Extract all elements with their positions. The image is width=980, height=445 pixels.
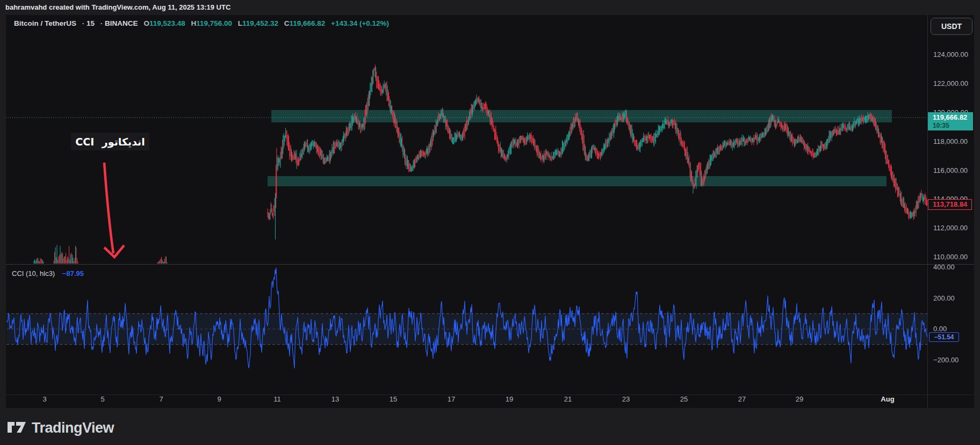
- time-axis-label: 21: [564, 395, 572, 404]
- time-axis-label: 27: [738, 395, 746, 404]
- axis-tick-label: −200.00: [933, 355, 959, 365]
- open-letter: O: [143, 19, 149, 27]
- footer-bar: TradingView: [0, 408, 980, 445]
- tradingview-snapshot: bahramvahd created with TradingView.com,…: [0, 0, 980, 445]
- time-axis-separator: [6, 395, 974, 395]
- high-value: 119,756.00: [196, 19, 232, 27]
- last-price-label: 113,718.84: [928, 199, 972, 210]
- cci-indicator-legend[interactable]: CCI (10, hlc3) −87.95: [12, 269, 84, 278]
- time-axis-label: 13: [332, 395, 339, 404]
- attribution-bar: bahramvahd created with TradingView.com,…: [0, 0, 980, 15]
- high-letter: H: [191, 19, 197, 27]
- tradingview-logo[interactable]: TradingView: [7, 420, 114, 436]
- panel-separator[interactable]: [6, 264, 974, 265]
- interval-value[interactable]: 15: [87, 19, 95, 27]
- attribution-text: bahramvahd created with TradingView.com,…: [5, 0, 230, 15]
- tradingview-logo-icon: [7, 421, 26, 435]
- price-axis-separator[interactable]: [927, 15, 928, 408]
- cci-value-label: −51.54: [929, 332, 959, 342]
- candles-down: [268, 65, 927, 221]
- axis-tick-label: 400.00: [933, 262, 955, 272]
- price-chart-canvas[interactable]: [6, 15, 927, 408]
- partial-candles-up: [34, 245, 167, 264]
- time-axis-label: 15: [390, 395, 397, 404]
- partial-candles-down: [37, 246, 167, 264]
- change-value: +143.34 (+0.12%): [331, 19, 389, 27]
- cci-legend-title[interactable]: CCI (10, hlc3): [12, 269, 55, 278]
- low-letter: L: [238, 19, 242, 27]
- time-axis-label: 7: [159, 395, 163, 404]
- legend-separator: ·: [82, 19, 85, 27]
- symbol-title[interactable]: Bitcoin / TetherUS: [14, 19, 76, 27]
- time-axis-label: 25: [680, 395, 688, 404]
- time-axis-label: 11: [273, 395, 281, 404]
- close-letter: C: [284, 19, 290, 27]
- axis-tick-label: 112,000.00: [933, 223, 968, 233]
- exchange-name: BINANCE: [105, 19, 138, 27]
- close-value: 119,666.82: [289, 19, 325, 27]
- time-axis-label: 23: [622, 395, 630, 404]
- open-value: 119,523.48: [149, 19, 185, 27]
- bar-countdown: 10:35: [933, 122, 973, 129]
- time-axis-label: 5: [100, 395, 104, 404]
- supply-demand-zone[interactable]: [268, 176, 887, 186]
- chart-widget: Bitcoin / TetherUS · 15 · BINANCE O119,5…: [6, 15, 974, 408]
- current-price-label: 119,666.82 10:35: [928, 112, 973, 130]
- low-value: 119,452.32: [242, 19, 278, 27]
- time-axis-label: Aug: [881, 395, 894, 404]
- time-axis-label: 29: [796, 395, 803, 404]
- tradingview-logo-text: TradingView: [32, 420, 114, 436]
- symbol-legend[interactable]: Bitcoin / TetherUS · 15 · BINANCE O119,5…: [14, 19, 389, 27]
- cci-legend-value: −87.95: [62, 269, 84, 278]
- axis-tick-label: 122,000.00: [933, 79, 968, 89]
- text-annotation[interactable]: اندیکاتور CCI: [71, 133, 149, 150]
- time-axis-label: 9: [217, 395, 221, 404]
- currency-toggle-button[interactable]: USDT: [931, 18, 972, 35]
- axis-tick-label: 118,000.00: [933, 137, 968, 147]
- axis-tick-label: 200.00: [933, 294, 955, 303]
- time-axis-label: 19: [506, 395, 513, 404]
- current-price-value: 119,666.82: [933, 113, 973, 122]
- arrow-annotation[interactable]: [104, 163, 113, 253]
- time-axis-label: 3: [42, 395, 46, 404]
- time-axis-label: 17: [448, 395, 455, 404]
- axis-tick-label: 110,000.00: [933, 252, 968, 262]
- axis-tick-label: 124,000.00: [933, 50, 968, 60]
- legend-separator: ·: [100, 19, 103, 27]
- axis-tick-label: 116,000.00: [933, 166, 968, 176]
